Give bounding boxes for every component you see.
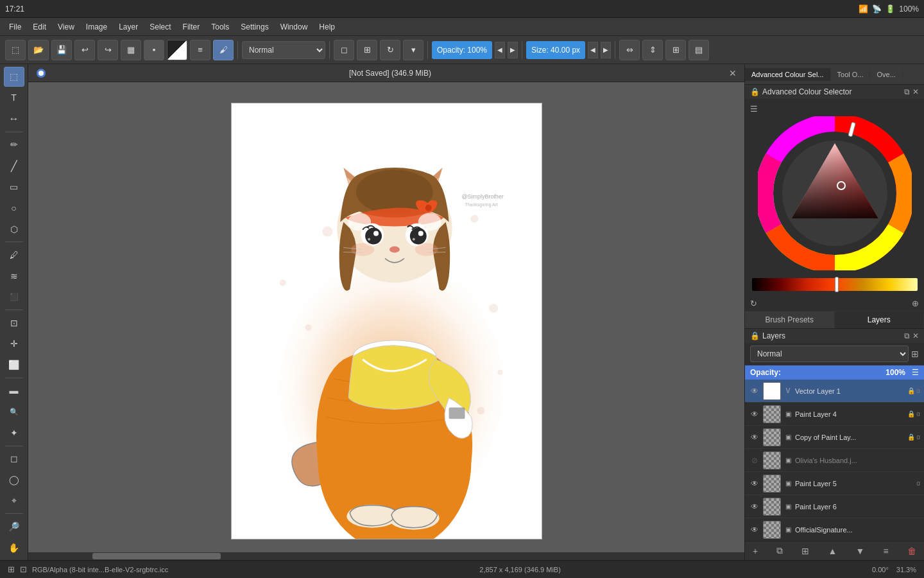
tool-polygon[interactable]: ⬡ xyxy=(4,219,24,239)
close-layers-btn[interactable]: ✕ xyxy=(912,331,919,340)
tool-select[interactable]: ⬚ xyxy=(4,67,24,87)
tool-move[interactable]: ✛ xyxy=(4,334,24,354)
layer-row-4[interactable]: 👁▣Paint Layer 5α xyxy=(745,472,924,495)
tool-pan[interactable]: ✋ xyxy=(4,538,24,557)
size-down-btn[interactable]: ◀ xyxy=(588,42,598,58)
layer-blend-mode-dropdown[interactable]: NormalMultiplyScreenOverlay xyxy=(750,346,909,362)
tool-smudge[interactable]: ≋ xyxy=(4,266,24,286)
mirror-h-btn[interactable]: ⇔ xyxy=(619,40,640,60)
tab-tool-options[interactable]: Tool O... xyxy=(831,68,871,81)
color-wheel[interactable] xyxy=(758,116,912,270)
layer-eye-2[interactable]: 👁 xyxy=(749,432,760,443)
foreground-color-btn[interactable] xyxy=(167,40,187,60)
menu-tools[interactable]: Tools xyxy=(206,21,234,33)
flip-btn[interactable]: ⊞ xyxy=(665,40,686,60)
tool-ellipse-select[interactable]: ◯ xyxy=(4,469,24,489)
delete-layer-btn[interactable]: 🗑 xyxy=(905,545,919,557)
layer-lock-icon-2[interactable]: 🔒 xyxy=(907,434,915,441)
panel-layout-btn[interactable]: ▤ xyxy=(689,40,709,60)
tool-freehand[interactable]: 🖊 xyxy=(4,245,24,265)
layer-row-0[interactable]: 👁VVector Layer 1🔒α xyxy=(745,380,924,403)
refresh-color-btn[interactable]: ↻ xyxy=(750,299,757,308)
layer-lock-icon-1[interactable]: 🔒 xyxy=(907,410,915,417)
new-document-btn[interactable]: ⬚ xyxy=(5,40,26,60)
gradient-bar-thumb[interactable] xyxy=(835,277,839,292)
save-btn[interactable]: 💾 xyxy=(51,40,72,60)
layer-row-2[interactable]: 👁▣Copy of Paint Lay...🔒α xyxy=(745,426,924,449)
merge-layers-btn[interactable]: ⊞ xyxy=(799,545,812,557)
layer-eye-1[interactable]: 👁 xyxy=(749,408,760,420)
tool-rect[interactable]: ▭ xyxy=(4,177,24,197)
layer-row-1[interactable]: 👁▣Paint Layer 4🔒α xyxy=(745,403,924,426)
layer-lock-icon-0[interactable]: 🔒 xyxy=(907,387,915,394)
tool-ellipse[interactable]: ○ xyxy=(4,198,24,218)
menu-layer[interactable]: Layer xyxy=(114,21,143,33)
tab-brush-presets[interactable]: Brush Presets xyxy=(745,311,835,328)
color-gradient-bar[interactable] xyxy=(752,278,918,293)
open-btn[interactable]: 📂 xyxy=(28,40,49,60)
menu-filter[interactable]: Filter xyxy=(178,21,205,33)
duplicate-layer-btn[interactable]: ⧉ xyxy=(774,544,785,557)
layer-eye-4[interactable]: 👁 xyxy=(749,478,760,489)
layer-eye-3[interactable]: ⊘ xyxy=(749,455,760,466)
move-layer-down-btn[interactable]: ▼ xyxy=(853,545,868,557)
menu-image[interactable]: Image xyxy=(81,21,112,33)
tab-layers[interactable]: Layers xyxy=(835,311,925,328)
layer-alpha-icon-2[interactable]: α xyxy=(916,434,920,441)
refresh-btn[interactable]: ↻ xyxy=(380,40,400,60)
tool-layer-select[interactable]: ⬜ xyxy=(4,355,24,375)
color-swatch-btn[interactable]: ▪ xyxy=(144,40,164,60)
tool-eyedropper[interactable]: 🔍 xyxy=(4,402,24,422)
status-icon-1[interactable]: ⊞ xyxy=(8,565,15,574)
tool-line[interactable]: ╱ xyxy=(4,156,24,176)
tool-crop[interactable]: ⊡ xyxy=(4,313,24,333)
canvas-scrollbar-h[interactable] xyxy=(28,552,744,560)
add-layer-btn[interactable]: + xyxy=(750,545,760,557)
opacity-down-btn[interactable]: ◀ xyxy=(495,42,505,58)
move-layer-up-btn[interactable]: ▲ xyxy=(826,545,840,557)
tool-freehand-select[interactable]: ⌖ xyxy=(4,491,24,511)
layer-row-5[interactable]: 👁▣Paint Layer 6 xyxy=(745,495,924,518)
layer-alpha-icon-4[interactable]: α xyxy=(916,480,920,487)
tool-gradient[interactable]: ▬ xyxy=(4,381,24,401)
menu-settings[interactable]: Settings xyxy=(235,21,273,33)
menu-help[interactable]: Help xyxy=(314,21,340,33)
canvas-area[interactable]: [Not Saved] (346.9 MiB) ✕ xyxy=(28,64,744,560)
tab-advanced-colour[interactable]: Advanced Colour Sel... xyxy=(745,68,831,81)
opacity-menu-btn[interactable]: ☰ xyxy=(912,368,919,377)
float-layers-btn[interactable]: ⧉ xyxy=(904,331,910,340)
menu-window[interactable]: Window xyxy=(275,21,313,33)
close-color-panel-btn[interactable]: ✕ xyxy=(912,87,919,96)
tool-brush[interactable]: ✏ xyxy=(4,135,24,155)
status-icon-2[interactable]: ⊡ xyxy=(20,565,27,574)
blend-filter-btn[interactable]: ⊞ xyxy=(911,349,919,359)
float-panel-btn[interactable]: ⧉ xyxy=(904,87,910,96)
layer-row-6[interactable]: 👁▣OfficialSignature... xyxy=(745,518,924,541)
redo-btn[interactable]: ↪ xyxy=(98,40,118,60)
opacity-up-btn[interactable]: ▶ xyxy=(508,42,518,58)
tab-overview[interactable]: Ove... xyxy=(870,68,902,81)
blend-mode-dropdown[interactable]: NormalMultiplyScreenOverlayDarkenLighten… xyxy=(242,41,325,59)
tool-text[interactable]: T xyxy=(4,88,24,108)
layer-alpha-icon-0[interactable]: α xyxy=(916,387,920,394)
canvas-wrapper[interactable]: @SimplyBrother Thanksgiving Art xyxy=(28,82,744,560)
menu-edit[interactable]: Edit xyxy=(28,21,51,33)
canvas-tab-close[interactable]: ✕ xyxy=(729,68,737,78)
layer-row-3[interactable]: ⊘▣Olivia's Husband.j... xyxy=(745,449,924,472)
tool-rect-select[interactable]: ◻ xyxy=(4,449,24,469)
tool-magic-wand[interactable]: ✦ xyxy=(4,423,24,443)
pattern-btn[interactable]: ▦ xyxy=(121,40,141,60)
menu-file[interactable]: File xyxy=(4,21,26,33)
tool-transform[interactable]: ↔ xyxy=(4,109,24,129)
canvas-scrollbar-thumb[interactable] xyxy=(92,553,221,559)
menu-select[interactable]: Select xyxy=(144,21,176,33)
tool-zoom[interactable]: 🔎 xyxy=(4,516,24,536)
layer-alpha-icon-1[interactable]: α xyxy=(916,410,920,417)
color-list-icon[interactable]: ☰ xyxy=(750,104,758,114)
color-options-btn[interactable]: ⊕ xyxy=(912,299,919,308)
menu-view[interactable]: View xyxy=(53,21,80,33)
canvas-content[interactable]: @SimplyBrother Thanksgiving Art xyxy=(231,103,542,539)
layer-eye-5[interactable]: 👁 xyxy=(749,501,760,512)
erase-btn[interactable]: ◻ xyxy=(334,40,354,60)
stroke-btn[interactable]: ≡ xyxy=(190,40,210,60)
